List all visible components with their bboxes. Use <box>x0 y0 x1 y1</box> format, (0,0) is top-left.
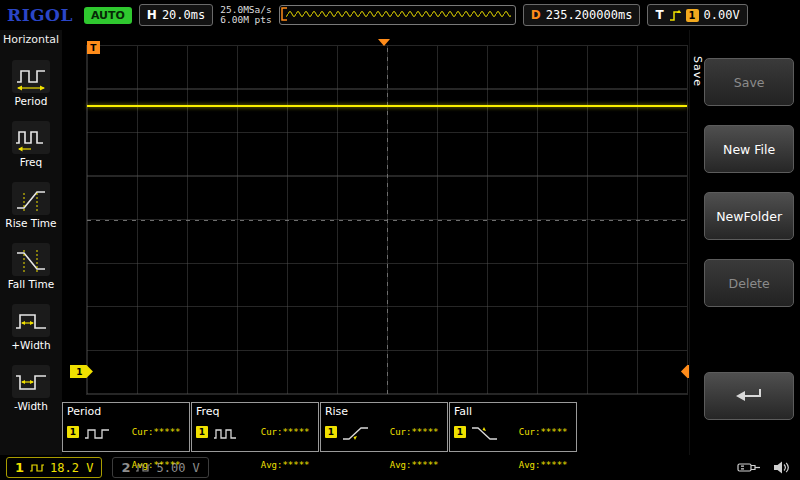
channel-badge: 1 <box>325 426 337 438</box>
measurement-values: Cur:***** Avg:***** Max:***** Min:***** <box>390 405 444 480</box>
avg-value: Avg:***** <box>132 460 186 471</box>
rise-time-icon <box>12 182 50 215</box>
usb-icon <box>737 461 761 474</box>
sidebar-item-label: Rise Time <box>5 217 56 229</box>
period-measure-icon <box>83 425 113 442</box>
delay-value: 235.200000ms <box>546 8 633 22</box>
measurement-values: Cur:***** Avg:***** Max:***** Min:***** <box>519 405 573 480</box>
measurement-title: Fall <box>454 405 472 418</box>
top-status-bar: RIGOL AUTO H 20.0ms 25.0MSa/s 6.00M pts … <box>0 0 800 30</box>
sidebar-item-plus-width[interactable]: +Width <box>0 304 62 351</box>
new-file-button[interactable]: New File <box>704 125 794 173</box>
trigger-level-value: 0.00V <box>704 8 740 22</box>
avg-value: Avg:***** <box>519 460 573 471</box>
trigger-label: T <box>655 8 663 22</box>
channel1-number: 1 <box>15 460 24 475</box>
sidebar-item-label: +Width <box>11 339 50 351</box>
trigger-position-marker[interactable] <box>378 39 390 46</box>
sidebar-item-rise-time[interactable]: Rise Time <box>0 182 62 229</box>
waveform-memory-indicator[interactable] <box>279 5 516 25</box>
scope-display: T 1 T Period 1 Cur:***** Avg:***** Max:*… <box>62 30 689 455</box>
status-icons <box>737 460 794 475</box>
menu-tab-save: Save <box>691 56 704 87</box>
horizontal-label: H <box>147 8 157 22</box>
measurement-title: Rise <box>325 405 348 418</box>
trigger-box[interactable]: T 1 0.00V <box>647 4 747 26</box>
fall-time-icon <box>12 243 50 276</box>
rise-measure-icon <box>341 425 371 442</box>
measurement-row: Period 1 Cur:***** Avg:***** Max:***** M… <box>62 402 578 452</box>
sidebar-item-fall-time[interactable]: Fall Time <box>0 243 62 290</box>
measure-sidebar: Horizontal Period Freq <box>0 30 62 455</box>
channel-badge: 1 <box>454 426 466 438</box>
cur-value: Cur:***** <box>261 427 315 438</box>
freq-icon <box>12 121 50 154</box>
sidebar-title: Horizontal <box>0 33 59 46</box>
graticule: T 1 T <box>86 45 688 395</box>
run-state-badge: AUTO <box>84 7 132 24</box>
horizontal-timebase-box[interactable]: H 20.0ms <box>139 4 213 26</box>
channel1-scale: 18.2 V <box>50 461 93 475</box>
cur-value: Cur:***** <box>519 427 573 438</box>
softkey-menu: Save Save New File NewFolder Delete <box>689 30 800 455</box>
measurement-fall[interactable]: Fall 1 Cur:***** Avg:***** Max:***** Min… <box>449 402 577 452</box>
measurement-values: Cur:***** Avg:***** Max:***** Min:***** <box>132 405 186 480</box>
fall-measure-icon <box>470 425 500 442</box>
new-folder-button[interactable]: NewFolder <box>704 192 794 240</box>
measurement-freq[interactable]: Freq 1 Cur:***** Avg:***** Max:***** Min… <box>191 402 319 452</box>
acquisition-info: 25.0MSa/s 6.00M pts <box>220 5 271 26</box>
trigger-corner-marker: T <box>87 41 100 54</box>
measurement-title: Freq <box>196 405 220 418</box>
sidebar-item-period[interactable]: Period <box>0 60 62 107</box>
measurement-values: Cur:***** Avg:***** Max:***** Min:***** <box>261 405 315 480</box>
avg-value: Avg:***** <box>261 460 315 471</box>
memory-waveform-icon <box>280 6 513 22</box>
period-icon <box>12 60 50 93</box>
return-arrow-icon <box>732 385 766 407</box>
delete-button[interactable]: Delete <box>704 259 794 307</box>
measurement-title: Period <box>67 405 101 418</box>
sidebar-item-label: Fall Time <box>8 278 54 290</box>
channel-badge: 1 <box>67 426 79 438</box>
trigger-source-badge: 1 <box>686 9 699 22</box>
trigger-slope-icon <box>669 9 681 22</box>
ch1-trace <box>87 105 687 107</box>
channel-badge: 1 <box>196 426 208 438</box>
ch1-ground-marker[interactable]: 1 <box>70 365 93 378</box>
center-vertical-gridline <box>387 46 388 394</box>
channel2-number: 2 <box>121 460 130 475</box>
channel1-coupling-icon <box>29 463 45 473</box>
cur-value: Cur:***** <box>132 427 186 438</box>
sidebar-item-minus-width[interactable]: -Width <box>0 365 62 412</box>
sidebar-item-freq[interactable]: Freq <box>0 121 62 168</box>
plus-width-icon <box>12 304 50 337</box>
save-button[interactable]: Save <box>704 58 794 106</box>
memory-depth: 6.00M pts <box>220 15 271 26</box>
sidebar-item-label: -Width <box>14 400 48 412</box>
measurement-period[interactable]: Period 1 Cur:***** Avg:***** Max:***** M… <box>62 402 190 452</box>
main-area: Horizontal Period Freq <box>0 30 800 455</box>
channel1-chip[interactable]: 1 18.2 V <box>6 457 102 478</box>
delay-box[interactable]: D 235.200000ms <box>523 4 641 26</box>
measurement-rise[interactable]: Rise 1 Cur:***** Avg:***** Max:***** Min… <box>320 402 448 452</box>
back-button[interactable] <box>704 372 794 420</box>
avg-value: Avg:***** <box>390 460 444 471</box>
freq-measure-icon <box>212 425 242 442</box>
rigol-logo: RIGOL <box>7 5 73 25</box>
timebase-value: 20.0ms <box>162 8 205 22</box>
sidebar-item-label: Period <box>15 95 48 107</box>
delay-label: D <box>531 8 541 22</box>
cur-value: Cur:***** <box>390 427 444 438</box>
minus-width-icon <box>12 365 50 398</box>
sidebar-item-label: Freq <box>20 156 43 168</box>
speaker-icon[interactable] <box>773 460 790 475</box>
